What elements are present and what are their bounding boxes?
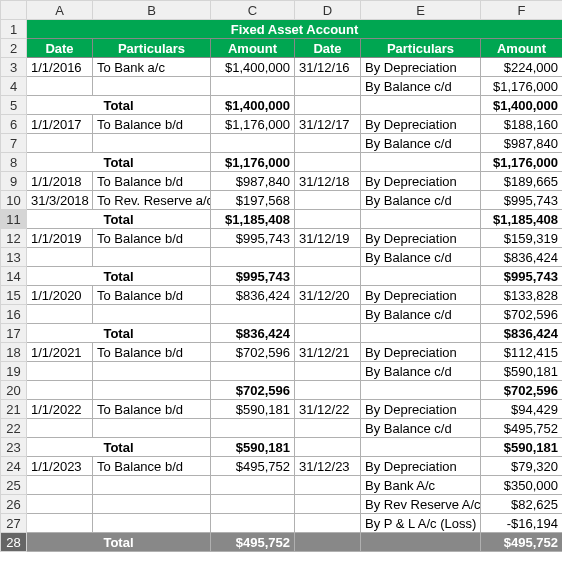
title-cell[interactable]: Fixed Asset Account bbox=[27, 20, 563, 39]
cell[interactable]: To Balance b/d bbox=[93, 229, 211, 248]
cell[interactable]: To Balance b/d bbox=[93, 115, 211, 134]
cell[interactable]: $79,320 bbox=[481, 457, 563, 476]
hdr-amt2[interactable]: Amount bbox=[481, 39, 563, 58]
cell[interactable]: By Depreciation bbox=[361, 286, 481, 305]
total-label[interactable]: Total bbox=[27, 153, 211, 172]
cell[interactable] bbox=[93, 495, 211, 514]
cell[interactable] bbox=[295, 381, 361, 400]
cell[interactable]: 31/12/20 bbox=[295, 286, 361, 305]
cell[interactable] bbox=[295, 438, 361, 457]
cell[interactable] bbox=[93, 381, 211, 400]
cell[interactable] bbox=[211, 77, 295, 96]
corner-cell[interactable] bbox=[1, 1, 27, 20]
cell[interactable]: $1,400,000 bbox=[211, 96, 295, 115]
row-header[interactable]: 18 bbox=[1, 343, 27, 362]
col-header[interactable]: A bbox=[27, 1, 93, 20]
row-header[interactable]: 27 bbox=[1, 514, 27, 533]
total-label[interactable]: Total bbox=[27, 267, 211, 286]
cell[interactable] bbox=[27, 305, 93, 324]
cell[interactable] bbox=[295, 362, 361, 381]
row-header[interactable]: 21 bbox=[1, 400, 27, 419]
cell[interactable]: $82,625 bbox=[481, 495, 563, 514]
cell[interactable] bbox=[27, 476, 93, 495]
cell[interactable]: $495,752 bbox=[481, 533, 563, 552]
cell[interactable]: To Bank a/c bbox=[93, 58, 211, 77]
row-header[interactable]: 25 bbox=[1, 476, 27, 495]
cell[interactable]: $590,181 bbox=[211, 438, 295, 457]
cell[interactable]: To Rev. Reserve a/c bbox=[93, 191, 211, 210]
cell[interactable] bbox=[93, 248, 211, 267]
row-header[interactable]: 8 bbox=[1, 153, 27, 172]
cell[interactable] bbox=[211, 362, 295, 381]
hdr-date1[interactable]: Date bbox=[27, 39, 93, 58]
col-header[interactable]: D bbox=[295, 1, 361, 20]
cell[interactable] bbox=[295, 495, 361, 514]
total-label[interactable]: Total bbox=[27, 324, 211, 343]
cell[interactable]: 31/12/23 bbox=[295, 457, 361, 476]
total-label[interactable]: Total bbox=[27, 210, 211, 229]
row-header[interactable]: 13 bbox=[1, 248, 27, 267]
cell[interactable]: $1,176,000 bbox=[481, 153, 563, 172]
cell[interactable]: $495,752 bbox=[481, 419, 563, 438]
cell[interactable] bbox=[361, 324, 481, 343]
row-header[interactable]: 24 bbox=[1, 457, 27, 476]
cell[interactable]: By Depreciation bbox=[361, 400, 481, 419]
spreadsheet-grid[interactable]: A B C D E F 1 Fixed Asset Account 2 Date… bbox=[0, 0, 562, 552]
cell[interactable]: $836,424 bbox=[211, 324, 295, 343]
cell[interactable]: $1,185,408 bbox=[481, 210, 563, 229]
row-header[interactable]: 3 bbox=[1, 58, 27, 77]
row-header[interactable]: 20 bbox=[1, 381, 27, 400]
cell[interactable]: To Balance b/d bbox=[93, 172, 211, 191]
cell[interactable]: By Depreciation bbox=[361, 457, 481, 476]
cell[interactable] bbox=[211, 514, 295, 533]
cell[interactable] bbox=[211, 419, 295, 438]
cell[interactable] bbox=[27, 495, 93, 514]
cell[interactable]: 1/1/2022 bbox=[27, 400, 93, 419]
cell[interactable] bbox=[295, 248, 361, 267]
row-header[interactable]: 16 bbox=[1, 305, 27, 324]
cell[interactable]: $159,319 bbox=[481, 229, 563, 248]
hdr-part1[interactable]: Particulars bbox=[93, 39, 211, 58]
cell[interactable] bbox=[27, 362, 93, 381]
cell[interactable]: By Depreciation bbox=[361, 343, 481, 362]
col-header[interactable]: C bbox=[211, 1, 295, 20]
row-header[interactable]: 17 bbox=[1, 324, 27, 343]
cell[interactable]: $987,840 bbox=[481, 134, 563, 153]
row-header[interactable]: 23 bbox=[1, 438, 27, 457]
cell[interactable]: 1/1/2021 bbox=[27, 343, 93, 362]
cell[interactable]: $995,743 bbox=[211, 267, 295, 286]
cell[interactable]: 31/12/16 bbox=[295, 58, 361, 77]
col-header[interactable]: E bbox=[361, 1, 481, 20]
cell[interactable]: By Balance c/d bbox=[361, 305, 481, 324]
cell[interactable]: $1,400,000 bbox=[481, 96, 563, 115]
cell[interactable]: $495,752 bbox=[211, 533, 295, 552]
cell[interactable]: By Bank A/c bbox=[361, 476, 481, 495]
cell[interactable]: 31/12/18 bbox=[295, 172, 361, 191]
cell[interactable] bbox=[211, 248, 295, 267]
cell[interactable]: By Depreciation bbox=[361, 115, 481, 134]
cell[interactable] bbox=[361, 210, 481, 229]
cell[interactable]: $112,415 bbox=[481, 343, 563, 362]
cell[interactable] bbox=[295, 267, 361, 286]
cell[interactable]: 1/1/2016 bbox=[27, 58, 93, 77]
cell[interactable]: $1,176,000 bbox=[211, 115, 295, 134]
cell[interactable]: $836,424 bbox=[481, 324, 563, 343]
cell[interactable]: 31/12/22 bbox=[295, 400, 361, 419]
row-header[interactable]: 1 bbox=[1, 20, 27, 39]
cell[interactable]: $590,181 bbox=[481, 438, 563, 457]
cell[interactable] bbox=[295, 77, 361, 96]
cell[interactable] bbox=[93, 362, 211, 381]
cell[interactable] bbox=[295, 210, 361, 229]
total-label[interactable]: Total bbox=[27, 438, 211, 457]
row-header[interactable]: 19 bbox=[1, 362, 27, 381]
cell[interactable]: $987,840 bbox=[211, 172, 295, 191]
cell[interactable]: $188,160 bbox=[481, 115, 563, 134]
row-header[interactable]: 12 bbox=[1, 229, 27, 248]
cell[interactable] bbox=[93, 419, 211, 438]
cell[interactable] bbox=[295, 419, 361, 438]
cell[interactable]: $224,000 bbox=[481, 58, 563, 77]
cell[interactable]: $1,400,000 bbox=[211, 58, 295, 77]
row-header[interactable]: 5 bbox=[1, 96, 27, 115]
row-header[interactable]: 14 bbox=[1, 267, 27, 286]
cell[interactable] bbox=[211, 495, 295, 514]
